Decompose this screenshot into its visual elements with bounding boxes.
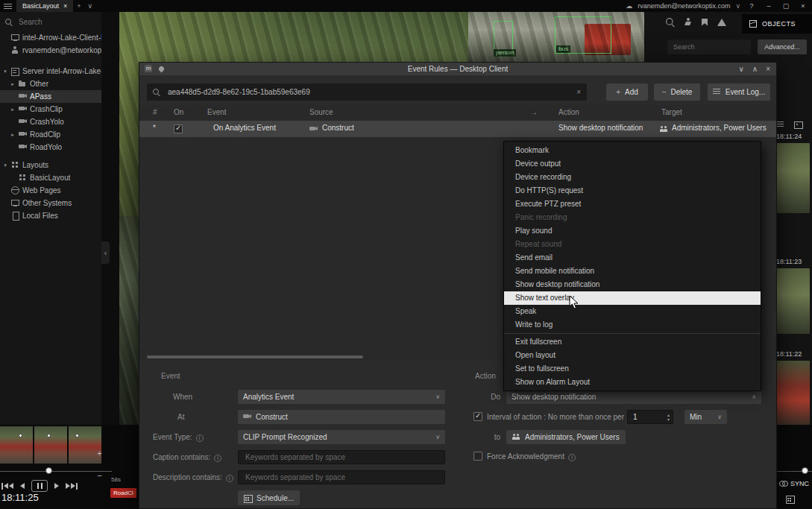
sidebar-item-apass[interactable]: APass: [0, 90, 101, 103]
sidebar-item-basiclayout[interactable]: BasicLayout: [0, 171, 101, 184]
to-users-button[interactable]: Administrators, Power Users: [506, 430, 626, 444]
account-chevron-icon[interactable]: ∨: [735, 2, 740, 10]
result-thumbnail[interactable]: [774, 143, 810, 213]
schedule-button[interactable]: Schedule...: [238, 490, 300, 505]
add-rule-button[interactable]: + Add: [606, 83, 648, 101]
menu-item-highlighted[interactable]: Show text overlay: [504, 291, 761, 305]
menu-item[interactable]: Play sound: [504, 224, 761, 238]
sidebar-item-othersystems[interactable]: Other Systems: [0, 197, 101, 209]
result-thumbnail[interactable]: [774, 268, 810, 334]
rules-search-field[interactable]: ×: [147, 83, 587, 101]
dialog-minimize-icon[interactable]: ∨: [739, 65, 744, 73]
skip-end-button[interactable]: [66, 483, 78, 490]
at-camera-field[interactable]: Construct: [238, 410, 445, 424]
dialog-title-bar[interactable]: Event Rules — Desktop Client ∨ ∧ ×: [139, 63, 776, 75]
description-contains-field[interactable]: [238, 470, 445, 484]
layout-tab[interactable]: BasicLayout ×: [16, 0, 73, 12]
expander-icon[interactable]: ▸: [10, 81, 16, 87]
account-label[interactable]: rvanemden@networkoptix.com: [638, 2, 730, 10]
pause-button[interactable]: [31, 480, 48, 492]
menu-item[interactable]: Execute PTZ preset: [504, 197, 761, 211]
sidebar-item-roadyolo[interactable]: RoadYolo: [0, 141, 101, 154]
bookmark-tab-icon[interactable]: [702, 19, 708, 26]
timeline-track[interactable]: [0, 471, 112, 472]
camera-tile-edge[interactable]: [119, 216, 139, 425]
timeline-thumbnail[interactable]: [0, 426, 33, 464]
objects-search[interactable]: [667, 39, 751, 54]
expander-icon[interactable]: ▸: [10, 132, 16, 138]
clear-search-icon[interactable]: ×: [576, 88, 581, 96]
rewind-button[interactable]: [20, 483, 25, 489]
tab-list-icon[interactable]: ∨: [84, 2, 95, 10]
dialog-close-icon[interactable]: ×: [766, 65, 770, 73]
menu-item[interactable]: Exit fullscreen: [504, 335, 761, 349]
interval-checkbox[interactable]: [473, 412, 482, 421]
result-thumbnail[interactable]: [774, 361, 810, 425]
timeline-handle[interactable]: [45, 467, 52, 474]
calendar-icon[interactable]: [786, 495, 798, 505]
resource-search-input[interactable]: [17, 17, 86, 27]
sidebar-item-user[interactable]: rvanemden@networkopt...: [0, 44, 101, 57]
sidebar-item-webpages[interactable]: Web Pages: [0, 184, 101, 197]
expander-icon[interactable]: ▾: [2, 69, 8, 75]
sidebar-item-layouts[interactable]: ▾Layouts: [0, 159, 101, 171]
menu-item[interactable]: Open layout: [504, 349, 761, 362]
zoom-in-button[interactable]: +: [94, 447, 105, 458]
sidebar-item-crashclip[interactable]: ▸CrashClip: [0, 103, 101, 116]
menu-item[interactable]: Send mobile notification: [504, 265, 761, 278]
action-dropdown[interactable]: Show desktop notification ∧: [506, 390, 761, 404]
sidebar-item-crashyolo[interactable]: CrashYolo: [0, 116, 101, 128]
rule-enabled-checkbox[interactable]: [174, 124, 183, 133]
resource-search[interactable]: [0, 12, 101, 31]
sidebar-item-localfiles[interactable]: Local Files: [0, 209, 101, 222]
interval-unit-dropdown[interactable]: Min ∨: [684, 410, 727, 424]
menu-item[interactable]: Do HTTP(S) request: [504, 184, 761, 197]
timeline-thumbnail[interactable]: [34, 426, 67, 464]
interval-value-field[interactable]: 1 ▴▾: [627, 410, 673, 424]
sidebar-item-client[interactable]: intel-Arrow-Lake-Client-P...: [0, 31, 101, 44]
close-button[interactable]: ×: [797, 2, 809, 10]
menu-item[interactable]: Write to log: [504, 318, 761, 332]
rule-row[interactable]: * On Analytics Event Construct Show desk…: [139, 121, 776, 137]
rules-search-input[interactable]: [166, 87, 570, 97]
new-tab-button[interactable]: +: [73, 2, 84, 10]
sidebar-item-roadclip[interactable]: ▸RoadClip: [0, 128, 101, 141]
delete-rule-button[interactable]: − Delete: [654, 83, 700, 101]
event-log-button[interactable]: Event Log...: [708, 83, 770, 101]
pin-icon[interactable]: [158, 65, 166, 72]
menu-item[interactable]: Device recording: [504, 171, 761, 184]
help-button[interactable]: ?: [746, 2, 758, 10]
motion-tab-icon[interactable]: [684, 18, 692, 26]
spinner-icons[interactable]: ▴▾: [667, 413, 670, 422]
sidebar-collapse-button[interactable]: ‹: [101, 241, 110, 264]
horizontal-scrollbar[interactable]: [147, 355, 363, 358]
list-view-icon[interactable]: [776, 121, 784, 129]
expander-icon[interactable]: ▾: [2, 162, 8, 168]
maximize-button[interactable]: ▢: [780, 2, 792, 10]
description-contains-input[interactable]: [244, 472, 439, 482]
menu-item[interactable]: Send email: [504, 251, 761, 265]
menu-item[interactable]: Speak: [504, 305, 761, 318]
event-type-dropdown[interactable]: CLIP Prompt Recognized ∨: [238, 430, 445, 444]
events-tab-icon[interactable]: [717, 19, 726, 26]
dialog-maximize-icon[interactable]: ∧: [752, 65, 758, 73]
menu-item[interactable]: Show on Alarm Layout: [504, 376, 761, 389]
search-tab-icon[interactable]: [666, 18, 675, 26]
forward-button[interactable]: [54, 483, 59, 489]
skip-start-button[interactable]: [1, 483, 13, 490]
caption-contains-input[interactable]: [244, 452, 439, 462]
expander-icon[interactable]: ▸: [10, 107, 16, 113]
main-menu-icon[interactable]: [0, 0, 16, 12]
minimize-button[interactable]: –: [763, 2, 775, 10]
objects-search-input[interactable]: [672, 42, 739, 51]
sidebar-item-other[interactable]: ▸Other: [0, 78, 101, 90]
menu-item[interactable]: Set to fullscreen: [504, 362, 761, 376]
camera-tile-street[interactable]: person bus: [468, 12, 644, 62]
menu-item[interactable]: Bookmark: [504, 144, 761, 157]
when-dropdown[interactable]: Analytics Event ∨: [238, 390, 445, 404]
timeline-handle[interactable]: [802, 467, 808, 474]
sidebar-item-server[interactable]: ▾Server intel-Arrow-Lake-...: [0, 65, 101, 78]
menu-item[interactable]: Device output: [504, 157, 761, 171]
clip-badge[interactable]: RoadCl: [110, 488, 136, 498]
sync-button[interactable]: SYNC: [779, 480, 809, 487]
